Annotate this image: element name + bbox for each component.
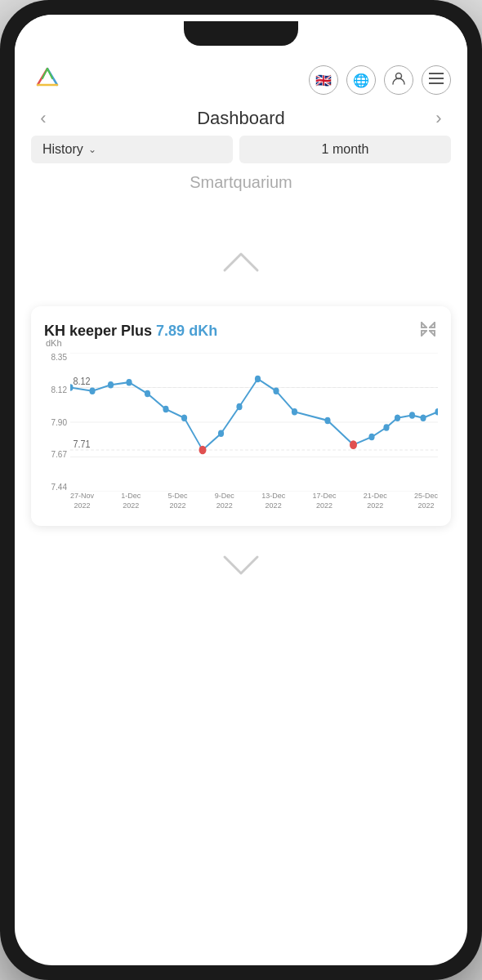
top-bar: 🇬🇧 🌐: [15, 56, 467, 105]
forward-button[interactable]: ›: [426, 108, 451, 129]
globe-button[interactable]: 🌐: [346, 65, 376, 95]
user-button[interactable]: [384, 65, 413, 95]
x-label-17dec: 17-Dec2022: [312, 492, 336, 516]
svg-point-44: [383, 424, 389, 431]
svg-point-38: [255, 376, 261, 383]
svg-point-30: [108, 381, 114, 389]
chart-name: KH keeper Plus: [44, 323, 152, 339]
y-label-8_12: 8.12: [44, 385, 70, 394]
phone-frame: 🇬🇧 🌐: [0, 0, 482, 980]
y-label-8_35: 8.35: [44, 353, 70, 362]
chart-title: KH keeper Plus 7.89 dKh: [44, 323, 217, 340]
language-uk-button[interactable]: 🇬🇧: [309, 65, 338, 95]
svg-point-32: [145, 390, 150, 398]
hamburger-icon: [429, 73, 444, 87]
chart-header: KH keeper Plus 7.89 dKh: [44, 319, 438, 343]
chart-value: 7.89 dKh: [156, 323, 217, 339]
svg-point-33: [163, 406, 168, 413]
filter-bar: History ⌄ 1 month: [15, 136, 467, 173]
svg-point-35: [199, 446, 207, 455]
y-unit-label: dKh: [46, 338, 62, 348]
collapse-button[interactable]: [418, 319, 438, 343]
menu-button[interactable]: [422, 65, 451, 95]
y-label-7_90: 7.90: [44, 418, 70, 427]
scroll-up-button[interactable]: [221, 247, 261, 282]
page-title: Dashboard: [197, 108, 285, 129]
svg-text:7.71: 7.71: [74, 438, 91, 450]
top-icons: 🇬🇧 🌐: [309, 65, 451, 95]
app-logo: [31, 62, 64, 98]
x-label-21dec: 21-Dec2022: [364, 492, 387, 516]
section-title: Smartquarium: [15, 173, 467, 192]
svg-point-40: [292, 408, 297, 416]
history-dropdown[interactable]: History ⌄: [31, 136, 233, 163]
svg-point-34: [181, 414, 187, 421]
svg-point-37: [236, 403, 242, 411]
period-label: 1 month: [322, 142, 369, 156]
x-axis-labels: 27-Nov2022 1-Dec2022 5-Dec2022 9-Dec2022…: [70, 492, 438, 516]
svg-point-43: [368, 434, 374, 441]
svg-line-3: [42, 69, 47, 78]
period-selector[interactable]: 1 month: [239, 136, 451, 163]
x-label-9dec: 9-Dec2022: [215, 492, 234, 516]
back-button[interactable]: ‹: [31, 108, 56, 129]
svg-point-45: [395, 414, 400, 421]
svg-point-42: [350, 440, 357, 449]
uk-flag-icon: 🇬🇧: [315, 73, 332, 88]
chart-inner: 8.12 7.71: [70, 353, 438, 492]
scroll-down-button[interactable]: [221, 550, 261, 585]
line-chart-svg: 8.12 7.71: [70, 353, 438, 492]
svg-point-46: [409, 412, 415, 419]
x-label-27nov: 27-Nov2022: [70, 492, 94, 516]
svg-point-41: [324, 417, 330, 425]
user-icon: [391, 71, 406, 89]
chart-area: dKh 8.35 8.12 7.90 7.67 7.44: [44, 353, 438, 516]
chart-card: KH keeper Plus 7.89 dKh: [31, 306, 451, 526]
svg-point-39: [273, 388, 279, 395]
svg-point-29: [89, 388, 95, 395]
history-label: History: [42, 142, 83, 157]
svg-point-31: [126, 379, 132, 386]
svg-point-47: [420, 414, 426, 421]
x-label-1dec: 1-Dec2022: [121, 492, 141, 516]
notch-area: [15, 15, 467, 56]
phone-screen: 🇬🇧 🌐: [15, 15, 467, 965]
globe-icon: 🌐: [353, 73, 369, 88]
x-label-5dec: 5-Dec2022: [168, 492, 188, 516]
scroll-content: KH keeper Plus 7.89 dKh: [15, 198, 467, 965]
y-label-7_67: 7.67: [44, 450, 70, 459]
y-label-7_44: 7.44: [44, 483, 70, 492]
dropdown-arrow-icon: ⌄: [88, 144, 96, 155]
y-axis-labels: dKh 8.35 8.12 7.90 7.67 7.44: [44, 353, 70, 492]
nav-bar: ‹ Dashboard ›: [15, 105, 467, 136]
x-label-25dec: 25-Dec2022: [414, 492, 438, 516]
svg-text:8.12: 8.12: [74, 375, 91, 387]
x-label-13dec: 13-Dec2022: [261, 492, 285, 516]
svg-point-36: [218, 430, 224, 438]
svg-point-48: [435, 408, 438, 416]
notch: [184, 21, 298, 46]
svg-line-4: [47, 69, 52, 78]
